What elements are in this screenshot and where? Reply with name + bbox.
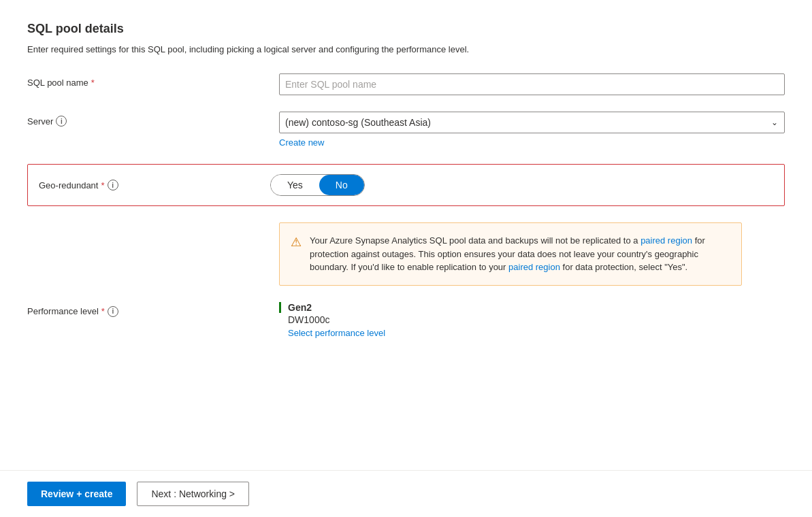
toggle-yes[interactable]: Yes: [271, 175, 319, 195]
review-create-button[interactable]: Review + create: [27, 482, 126, 506]
toggle-no[interactable]: No: [319, 175, 364, 195]
sql-pool-name-label: SQL pool name *: [27, 73, 279, 88]
paired-region-link-2[interactable]: paired region: [508, 262, 560, 272]
bottom-bar: Review + create Next : Networking >: [0, 470, 812, 517]
geo-redundant-row: Geo-redundant * i Yes No: [27, 164, 785, 206]
section-description: Enter required settings for this SQL poo…: [27, 44, 694, 54]
sql-pool-name-input[interactable]: [279, 73, 785, 95]
sql-pool-name-row: SQL pool name *: [27, 73, 785, 95]
warning-text: Your Azure Synapse Analytics SQL pool da…: [310, 234, 730, 274]
performance-gen-label: Gen2: [279, 302, 785, 313]
geo-redundant-info-icon[interactable]: i: [108, 180, 118, 190]
section-title: SQL pool details: [27, 22, 785, 36]
sql-pool-name-input-area: [279, 73, 785, 95]
server-input-area: (new) contoso-sg (Southeast Asia) ⌄ Crea…: [279, 112, 785, 148]
next-networking-button[interactable]: Next : Networking >: [137, 482, 249, 506]
performance-level-info-icon[interactable]: i: [108, 306, 118, 317]
paired-region-link-1[interactable]: paired region: [640, 235, 692, 246]
select-performance-level-link[interactable]: Select performance level: [279, 328, 785, 338]
required-indicator-geo: *: [101, 180, 104, 190]
performance-level-label: Performance level * i: [27, 302, 279, 317]
create-new-link[interactable]: Create new: [279, 137, 324, 148]
server-select-wrapper: (new) contoso-sg (Southeast Asia) ⌄: [279, 112, 785, 133]
server-dropdown[interactable]: (new) contoso-sg (Southeast Asia): [279, 112, 785, 133]
performance-dw-label: DW1000c: [279, 314, 785, 325]
server-label: Server i: [27, 112, 279, 127]
required-indicator: *: [91, 78, 95, 88]
geo-redundant-toggle-group: Yes No: [270, 174, 365, 196]
server-info-icon[interactable]: i: [56, 116, 67, 127]
geo-redundant-label: Geo-redundant * i: [39, 180, 270, 190]
geo-redundant-warning-box: ⚠ Your Azure Synapse Analytics SQL pool …: [279, 222, 742, 286]
performance-level-row: Performance level * i Gen2 DW1000c Selec…: [27, 302, 785, 338]
performance-level-input-area: Gen2 DW1000c Select performance level: [279, 302, 785, 338]
required-indicator-perf: *: [101, 306, 105, 316]
server-row: Server i (new) contoso-sg (Southeast Asi…: [27, 112, 785, 148]
performance-level-display: Gen2 DW1000c Select performance level: [279, 302, 785, 338]
warning-icon: ⚠: [291, 235, 302, 250]
